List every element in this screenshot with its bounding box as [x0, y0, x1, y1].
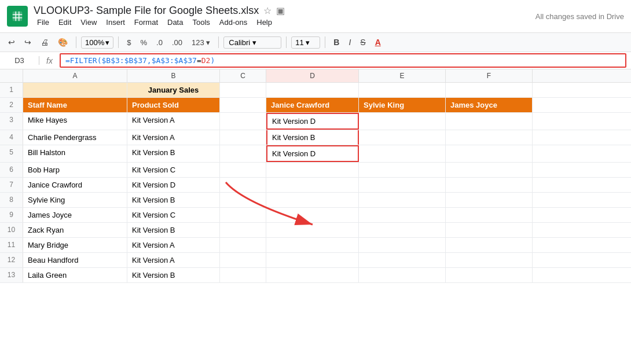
cell-d8[interactable]	[266, 193, 359, 207]
cell-c1[interactable]	[220, 83, 266, 97]
cell-a10[interactable]: Zack Ryan	[23, 223, 127, 237]
cell-c13[interactable]	[220, 268, 266, 282]
redo-button[interactable]: ↪	[21, 35, 35, 49]
cell-a9[interactable]: James Joyce	[23, 208, 127, 222]
cell-f2[interactable]: James Joyce	[446, 98, 533, 112]
cell-a2[interactable]: Staff Name	[23, 98, 127, 112]
cell-a7[interactable]: Janice Crawford	[23, 178, 127, 192]
cell-d6[interactable]	[266, 163, 359, 177]
menu-addons[interactable]: Add-ons	[216, 17, 251, 28]
cell-f5[interactable]	[446, 145, 533, 162]
cell-a12[interactable]: Beau Handford	[23, 253, 127, 267]
cell-d2[interactable]: Janice Crawford	[266, 98, 359, 112]
cell-d10[interactable]	[266, 223, 359, 237]
cell-a5[interactable]: Bill Halston	[23, 145, 127, 162]
cell-b1[interactable]: January Sales	[127, 83, 220, 97]
cell-e3[interactable]	[359, 113, 446, 130]
cell-c8[interactable]	[220, 193, 266, 207]
star-icon[interactable]: ☆	[263, 5, 272, 16]
cell-b12[interactable]: Kit Version A	[127, 253, 220, 267]
cell-d7[interactable]	[266, 178, 359, 192]
cell-b3[interactable]: Kit Version A	[127, 113, 220, 130]
paint-format-button[interactable]: 🎨	[54, 35, 71, 49]
cell-a6[interactable]: Bob Harp	[23, 163, 127, 177]
cell-f4[interactable]	[446, 130, 533, 145]
cell-a8[interactable]: Sylvie King	[23, 193, 127, 207]
cell-f6[interactable]	[446, 163, 533, 177]
cell-f12[interactable]	[446, 253, 533, 267]
cell-a13[interactable]: Laila Green	[23, 268, 127, 282]
cell-f11[interactable]	[446, 238, 533, 252]
cell-d5[interactable]: Kit Version D	[266, 145, 359, 162]
undo-button[interactable]: ↩	[5, 35, 19, 49]
font-size-selector[interactable]: 11 ▾	[291, 36, 320, 49]
cell-c5[interactable]	[220, 145, 266, 162]
menu-tools[interactable]: Tools	[189, 17, 213, 28]
cell-f9[interactable]	[446, 208, 533, 222]
cell-b4[interactable]: Kit Version A	[127, 130, 220, 145]
italic-button[interactable]: I	[345, 35, 354, 49]
cell-c11[interactable]	[220, 238, 266, 252]
cell-a3[interactable]: Mike Hayes	[23, 113, 127, 130]
cell-c2[interactable]	[220, 98, 266, 112]
cell-c9[interactable]	[220, 208, 266, 222]
cell-b10[interactable]: Kit Version B	[127, 223, 220, 237]
cell-e10[interactable]	[359, 223, 446, 237]
cell-f3[interactable]	[446, 113, 533, 130]
font-selector[interactable]: Calibri ▾	[223, 36, 281, 49]
menu-insert[interactable]: Insert	[102, 17, 129, 28]
cell-reference[interactable]: D3	[5, 56, 39, 65]
cell-e1[interactable]	[359, 83, 446, 97]
cell-b11[interactable]: Kit Version A	[127, 238, 220, 252]
cell-b9[interactable]: Kit Version C	[127, 208, 220, 222]
cell-c3[interactable]	[220, 113, 266, 130]
cell-e12[interactable]	[359, 253, 446, 267]
cell-b5[interactable]: Kit Version B	[127, 145, 220, 162]
cell-d13[interactable]	[266, 268, 359, 282]
cell-a4[interactable]: Charlie Pendergrass	[23, 130, 127, 145]
cell-e7[interactable]	[359, 178, 446, 192]
currency-button[interactable]: $	[123, 36, 134, 49]
menu-file[interactable]: File	[34, 17, 53, 28]
cell-b8[interactable]: Kit Version B	[127, 193, 220, 207]
zoom-control[interactable]: 100% ▾	[81, 36, 113, 49]
cell-d9[interactable]	[266, 208, 359, 222]
formula-box[interactable]: =FILTER($B$3:$B$37,$A$3:$A$37=D2)	[60, 53, 626, 68]
decimal-more-button[interactable]: .00	[168, 36, 186, 49]
cell-d4[interactable]: Kit Version B	[266, 130, 359, 145]
cell-b2[interactable]: Product Sold	[127, 98, 220, 112]
cell-d12[interactable]	[266, 253, 359, 267]
strikethrough-button[interactable]: S	[357, 35, 369, 49]
menu-view[interactable]: View	[77, 17, 100, 28]
cell-f13[interactable]	[446, 268, 533, 282]
menu-data[interactable]: Data	[164, 17, 186, 28]
menu-edit[interactable]: Edit	[55, 17, 75, 28]
cell-f10[interactable]	[446, 223, 533, 237]
cell-e5[interactable]	[359, 145, 446, 162]
decimal-less-button[interactable]: .0	[153, 36, 166, 49]
cell-b6[interactable]: Kit Version C	[127, 163, 220, 177]
cell-f7[interactable]	[446, 178, 533, 192]
cell-e4[interactable]	[359, 130, 446, 145]
menu-help[interactable]: Help	[253, 17, 276, 28]
cell-c4[interactable]	[220, 130, 266, 145]
cell-e11[interactable]	[359, 238, 446, 252]
cell-c10[interactable]	[220, 223, 266, 237]
folder-icon[interactable]: ▣	[276, 5, 285, 16]
cell-d3[interactable]: Kit Version D	[266, 113, 359, 130]
cell-a11[interactable]: Mary Bridge	[23, 238, 127, 252]
underline-button[interactable]: A	[372, 35, 384, 49]
cell-d11[interactable]	[266, 238, 359, 252]
cell-e13[interactable]	[359, 268, 446, 282]
cell-d1[interactable]	[266, 83, 359, 97]
cell-b13[interactable]: Kit Version B	[127, 268, 220, 282]
menu-format[interactable]: Format	[131, 17, 162, 28]
cell-c7[interactable]	[220, 178, 266, 192]
cell-e9[interactable]	[359, 208, 446, 222]
cell-c12[interactable]	[220, 253, 266, 267]
format-123-button[interactable]: 123 ▾	[188, 36, 214, 49]
cell-e8[interactable]	[359, 193, 446, 207]
cell-c6[interactable]	[220, 163, 266, 177]
cell-b7[interactable]: Kit Version D	[127, 178, 220, 192]
percent-button[interactable]: %	[137, 36, 151, 49]
